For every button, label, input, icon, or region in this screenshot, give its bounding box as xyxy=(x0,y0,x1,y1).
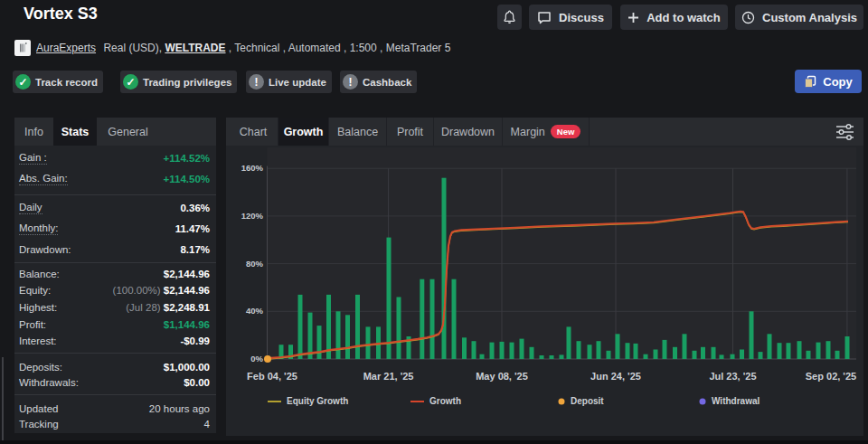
svg-text:40%: 40% xyxy=(246,306,264,316)
svg-text:Jun 24, '25: Jun 24, '25 xyxy=(590,371,641,382)
svg-text:Sep 02, '25: Sep 02, '25 xyxy=(806,371,856,382)
svg-text:0%: 0% xyxy=(250,354,263,364)
svg-text:May 08, '25: May 08, '25 xyxy=(476,371,528,382)
svg-text:80%: 80% xyxy=(246,259,264,269)
svg-text:Feb 04, '25: Feb 04, '25 xyxy=(247,371,297,382)
svg-text:Mar 21, '25: Mar 21, '25 xyxy=(363,371,414,382)
svg-text:160%: 160% xyxy=(241,163,264,173)
svg-text:Jul 23, '25: Jul 23, '25 xyxy=(709,371,756,382)
svg-text:120%: 120% xyxy=(241,211,264,221)
